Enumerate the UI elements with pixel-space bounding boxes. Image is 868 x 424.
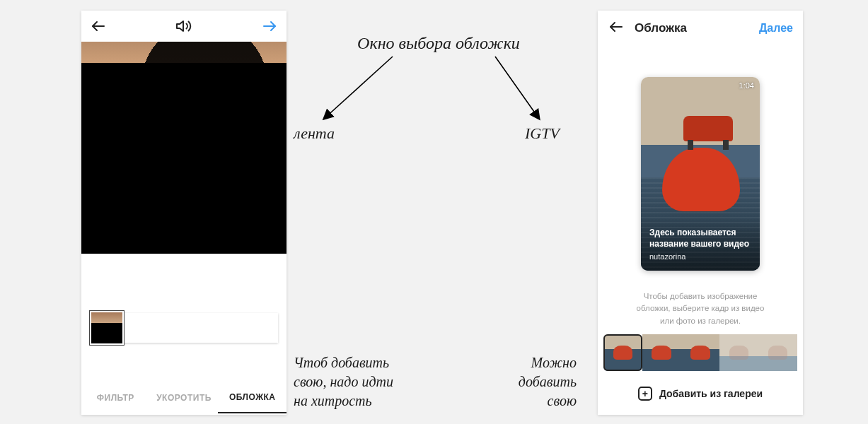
annotation-title: Окно выбора обложки <box>325 34 552 53</box>
annotation-left-label: лента <box>294 124 335 143</box>
svg-marker-1 <box>177 21 183 31</box>
tab-cover[interactable]: ОБЛОЖКА <box>218 382 287 413</box>
frame-thumb[interactable] <box>681 334 720 371</box>
tab-filter[interactable]: ФИЛЬТР <box>81 383 150 413</box>
feed-header <box>81 11 287 42</box>
annotation-right-label: IGTV <box>525 124 560 143</box>
igtv-cover-preview[interactable]: 1:04 Здесь показывается название вашего … <box>641 77 760 271</box>
video-duration: 1:04 <box>739 81 754 90</box>
igtv-cover-screen: Обложка Далее 1:04 Здесь показывается на… <box>598 11 803 415</box>
igtv-header: Обложка Далее <box>598 11 803 46</box>
igtv-next-button[interactable]: Далее <box>759 22 793 35</box>
feed-cover-screen: ФИЛЬТР УКОРОТИТЬ ОБЛОЖКА <box>81 11 287 415</box>
plus-icon: + <box>638 387 652 401</box>
igtv-frame-strip[interactable] <box>603 334 797 371</box>
frame-thumb[interactable] <box>758 334 797 371</box>
igtv-header-title: Обложка <box>635 21 749 35</box>
next-arrow-icon[interactable] <box>261 18 278 35</box>
annotation-right-note: Можно добавить свою <box>495 353 577 411</box>
feed-tabs: ФИЛЬТР УКОРОТИТЬ ОБЛОЖКА <box>81 381 287 415</box>
back-arrow-icon[interactable] <box>90 18 107 35</box>
annotation-left-note: Чтоб добавить свою, надо идти на хитрост… <box>294 353 393 411</box>
svg-line-5 <box>495 57 539 119</box>
igtv-content: 1:04 Здесь показывается название вашего … <box>598 46 803 327</box>
overlay-title: Здесь показывается название вашего видео <box>649 227 751 249</box>
tab-trim[interactable]: УКОРОТИТЬ <box>150 383 219 413</box>
back-arrow-icon[interactable] <box>608 18 625 38</box>
sound-on-icon[interactable] <box>175 18 192 35</box>
add-from-gallery-button[interactable]: + Добавить из галереи <box>605 379 796 408</box>
overlay-username: nutazorina <box>649 252 751 261</box>
frame-thumb[interactable] <box>642 334 681 371</box>
igtv-hint-text: Чтобы добавить изображение обложки, выбе… <box>613 290 789 327</box>
feed-selected-frame[interactable] <box>90 311 124 345</box>
svg-line-4 <box>324 57 393 119</box>
frame-thumb[interactable] <box>719 334 758 371</box>
add-from-gallery-label: Добавить из галереи <box>659 388 763 399</box>
feed-filmstrip[interactable] <box>81 313 287 343</box>
igtv-cover-overlay: Здесь показывается название вашего видео… <box>641 218 760 271</box>
feed-video-preview <box>81 42 287 254</box>
frame-thumb[interactable] <box>603 334 642 371</box>
